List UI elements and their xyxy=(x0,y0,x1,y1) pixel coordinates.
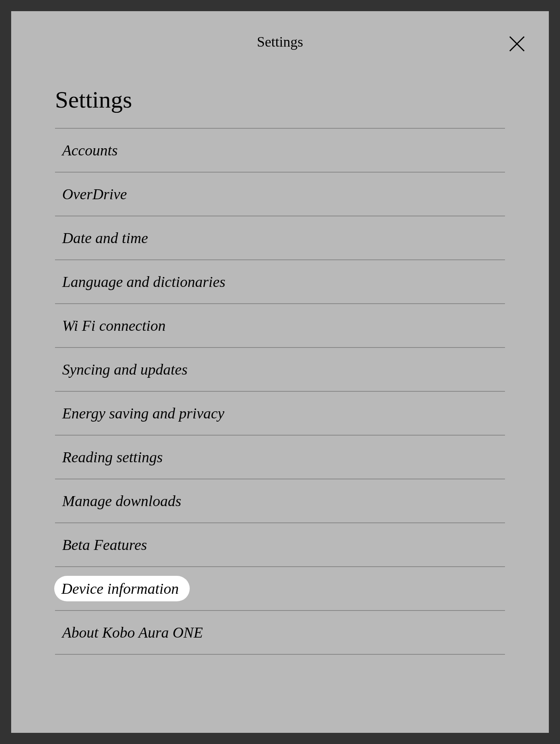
settings-item-device-information[interactable]: Device information xyxy=(55,567,505,611)
content-area: Settings AccountsOverDriveDate and timeL… xyxy=(11,66,549,655)
settings-item-label: Device information xyxy=(54,576,190,601)
header-bar: Settings xyxy=(11,11,549,66)
settings-item-energy-saving-and-privacy[interactable]: Energy saving and privacy xyxy=(55,392,505,436)
settings-item-syncing-and-updates[interactable]: Syncing and updates xyxy=(55,348,505,392)
settings-item-label: Reading settings xyxy=(58,447,171,467)
settings-item-label: Beta Features xyxy=(58,534,155,555)
page-title: Settings xyxy=(55,66,505,128)
close-button[interactable] xyxy=(508,35,526,53)
settings-item-manage-downloads[interactable]: Manage downloads xyxy=(55,479,505,523)
header-title: Settings xyxy=(257,34,303,50)
settings-item-label: Accounts xyxy=(58,140,126,161)
settings-item-date-and-time[interactable]: Date and time xyxy=(55,216,505,260)
settings-screen: Settings Settings AccountsOverDriveDate … xyxy=(11,11,549,733)
settings-item-label: Energy saving and privacy xyxy=(58,403,232,424)
settings-item-wi-fi-connection[interactable]: Wi Fi connection xyxy=(55,304,505,348)
settings-item-label: Syncing and updates xyxy=(58,359,196,380)
settings-item-label: Date and time xyxy=(58,228,156,248)
settings-item-overdrive[interactable]: OverDrive xyxy=(55,173,505,216)
settings-item-beta-features[interactable]: Beta Features xyxy=(55,523,505,567)
settings-item-about-kobo-aura-one[interactable]: About Kobo Aura ONE xyxy=(55,611,505,655)
settings-item-label: Wi Fi connection xyxy=(58,315,174,336)
settings-item-label: OverDrive xyxy=(58,184,135,204)
settings-item-reading-settings[interactable]: Reading settings xyxy=(55,436,505,479)
settings-item-accounts[interactable]: Accounts xyxy=(55,129,505,173)
settings-list: AccountsOverDriveDate and timeLanguage a… xyxy=(55,128,505,655)
settings-item-label: About Kobo Aura ONE xyxy=(58,622,211,643)
close-icon xyxy=(508,35,526,53)
settings-item-language-and-dictionaries[interactable]: Language and dictionaries xyxy=(55,260,505,304)
settings-item-label: Manage downloads xyxy=(58,491,189,511)
settings-item-label: Language and dictionaries xyxy=(58,271,234,292)
